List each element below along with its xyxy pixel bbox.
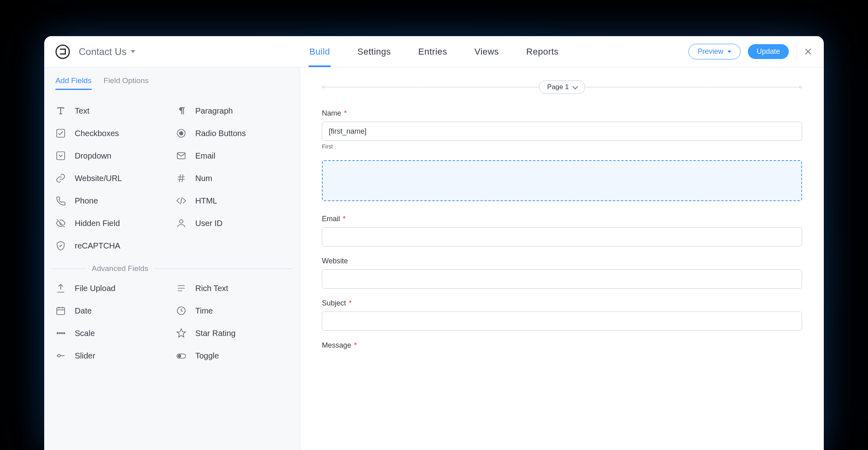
- tab-settings[interactable]: Settings: [357, 36, 391, 67]
- page-selector[interactable]: Page 1: [539, 80, 585, 94]
- dropdown-icon: [55, 151, 66, 161]
- svg-point-9: [59, 332, 60, 334]
- field-type-scale[interactable]: Scale: [51, 322, 172, 344]
- preview-button[interactable]: Preview: [688, 44, 741, 59]
- form-field-name[interactable]: Name * First: [322, 109, 802, 150]
- svg-point-5: [180, 220, 183, 223]
- field-type-star-rating[interactable]: Star Rating: [172, 322, 293, 344]
- form-title-dropdown[interactable]: Contact Us: [79, 46, 135, 57]
- main-tabs: Build Settings Entries Views Reports: [309, 36, 559, 67]
- slider-icon: [55, 350, 66, 361]
- section-advanced-fields: Advanced Fields: [51, 264, 293, 273]
- star-icon: [176, 328, 186, 338]
- tab-entries[interactable]: Entries: [418, 36, 447, 67]
- radio-icon: [176, 128, 186, 138]
- field-type-html[interactable]: HTML: [172, 189, 293, 212]
- field-type-email[interactable]: Email: [172, 145, 293, 167]
- svg-rect-4: [177, 153, 185, 159]
- form-field-email[interactable]: Email *: [322, 215, 802, 246]
- sidebar-tab-add-fields[interactable]: Add Fields: [55, 76, 92, 90]
- input-subject[interactable]: [322, 312, 802, 331]
- caret-down-icon: [131, 50, 135, 53]
- user-icon: [176, 218, 186, 228]
- field-type-slider[interactable]: Slider: [51, 344, 172, 367]
- field-type-toggle[interactable]: Toggle: [172, 344, 293, 367]
- svg-rect-6: [57, 307, 65, 314]
- sidebar: Add Fields Field Options Text Paragraph: [44, 67, 300, 450]
- field-type-hidden-field[interactable]: Hidden Field: [51, 212, 172, 234]
- field-type-user-id[interactable]: User ID: [172, 212, 293, 234]
- tab-build[interactable]: Build: [309, 36, 330, 67]
- field-type-text[interactable]: Text: [51, 100, 172, 122]
- field-type-radio-buttons[interactable]: Radio Buttons: [172, 122, 293, 145]
- label-name: Name *: [322, 109, 802, 118]
- form-field-message[interactable]: Message *: [322, 341, 802, 350]
- field-type-paragraph[interactable]: Paragraph: [172, 100, 293, 122]
- field-type-dropdown[interactable]: Dropdown: [51, 145, 172, 167]
- form-canvas: Page 1 Name * First Email * Website: [300, 67, 824, 450]
- svg-point-10: [61, 332, 63, 334]
- rich-text-icon: [176, 283, 186, 293]
- phone-icon: [55, 195, 66, 206]
- svg-point-14: [178, 355, 181, 358]
- field-type-phone[interactable]: Phone: [51, 189, 172, 212]
- input-first-name[interactable]: [322, 122, 802, 141]
- svg-point-11: [63, 332, 65, 334]
- text-icon: [55, 106, 66, 116]
- update-button[interactable]: Update: [748, 44, 789, 59]
- field-drop-zone[interactable]: [322, 160, 802, 201]
- form-title-text: Contact Us: [79, 46, 127, 57]
- field-type-number[interactable]: Num: [172, 167, 293, 189]
- shield-icon: [55, 240, 66, 251]
- chevron-down-icon: [573, 84, 578, 90]
- label-website: Website: [322, 257, 802, 265]
- svg-rect-3: [57, 152, 65, 160]
- field-type-file-upload[interactable]: File Upload: [51, 277, 172, 299]
- app-logo-icon: [55, 45, 70, 59]
- sidebar-tab-field-options[interactable]: Field Options: [104, 76, 149, 90]
- paragraph-icon: [176, 106, 186, 116]
- topbar: Contact Us Build Settings Entries Views …: [44, 36, 824, 67]
- divider: [796, 43, 796, 61]
- label-message: Message *: [322, 341, 802, 350]
- toggle-icon: [176, 350, 186, 361]
- email-icon: [176, 151, 186, 161]
- field-type-date[interactable]: Date: [51, 299, 172, 322]
- field-type-recaptcha[interactable]: reCAPTCHA: [51, 234, 172, 257]
- calendar-icon: [55, 305, 66, 316]
- page-indicator: Page 1: [322, 80, 802, 94]
- svg-point-12: [57, 354, 60, 357]
- form-field-website[interactable]: Website: [322, 257, 802, 289]
- hash-icon: [176, 173, 186, 183]
- form-field-subject[interactable]: Subject *: [322, 299, 802, 331]
- checkbox-icon: [55, 128, 66, 138]
- sublabel-first: First: [322, 143, 802, 150]
- svg-point-8: [57, 332, 58, 334]
- upload-icon: [55, 283, 66, 293]
- app-window: Contact Us Build Settings Entries Views …: [44, 36, 824, 450]
- tab-views[interactable]: Views: [475, 36, 499, 67]
- field-type-website-url[interactable]: Website/URL: [51, 167, 172, 189]
- eye-off-icon: [55, 218, 66, 228]
- input-email[interactable]: [322, 227, 802, 246]
- svg-point-2: [180, 132, 183, 135]
- code-icon: [176, 195, 186, 206]
- field-type-time[interactable]: Time: [172, 299, 293, 322]
- close-icon[interactable]: ✕: [804, 47, 813, 57]
- link-icon: [55, 173, 66, 183]
- field-type-rich-text[interactable]: Rich Text: [172, 277, 293, 299]
- label-email: Email *: [322, 215, 802, 223]
- caret-down-icon: [727, 51, 731, 53]
- input-website[interactable]: [322, 269, 802, 289]
- field-type-checkboxes[interactable]: Checkboxes: [51, 122, 172, 145]
- label-subject: Subject *: [322, 299, 802, 307]
- clock-icon: [176, 305, 186, 316]
- tab-reports[interactable]: Reports: [526, 36, 559, 67]
- scale-icon: [55, 328, 66, 338]
